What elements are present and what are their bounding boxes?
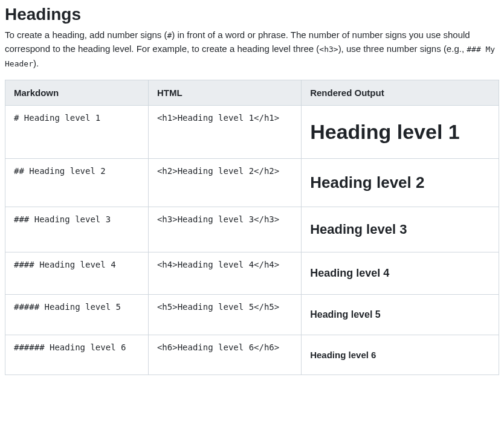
rendered-h3: Heading level 3: [310, 222, 490, 237]
rendered-h4: Heading level 4: [310, 267, 490, 280]
table-row: ###### Heading level 6 <h6>Heading level…: [5, 335, 499, 374]
table-header-markdown: Markdown: [5, 80, 149, 105]
cell-html: <h5>Heading level 5</h5>: [148, 294, 301, 335]
cell-html: <h3>Heading level 3</h3>: [148, 207, 301, 252]
cell-markdown: ## Heading level 2: [5, 158, 149, 207]
rendered-h5: Heading level 5: [310, 309, 490, 320]
rendered-h6: Heading level 6: [310, 350, 490, 360]
cell-rendered: Heading level 1: [302, 105, 499, 158]
description-text: ), use three number signs (e.g.,: [338, 43, 467, 54]
description-code-h3: <h3>: [319, 45, 338, 54]
table-row: # Heading level 1 <h1>Heading level 1</h…: [5, 105, 499, 158]
table-row: ## Heading level 2 <h2>Heading level 2</…: [5, 158, 499, 207]
table-row: #### Heading level 4 <h4>Heading level 4…: [5, 252, 499, 294]
page-title: Headings: [5, 5, 499, 24]
cell-rendered: Heading level 5: [302, 294, 499, 335]
table-row: ##### Heading level 5 <h5>Heading level …: [5, 294, 499, 335]
cell-markdown: # Heading level 1: [5, 105, 149, 158]
description-text: ).: [33, 58, 39, 68]
cell-html: <h6>Heading level 6</h6>: [148, 335, 301, 374]
headings-table: Markdown HTML Rendered Output # Heading …: [5, 80, 499, 375]
cell-html: <h2>Heading level 2</h2>: [148, 158, 301, 207]
cell-html: <h4>Heading level 4</h4>: [148, 252, 301, 294]
cell-rendered: Heading level 3: [302, 207, 499, 252]
cell-markdown: ##### Heading level 5: [5, 294, 149, 335]
cell-markdown: #### Heading level 4: [5, 252, 149, 294]
cell-markdown: ### Heading level 3: [5, 207, 149, 252]
table-header-html: HTML: [148, 80, 301, 105]
cell-markdown: ###### Heading level 6: [5, 335, 149, 374]
table-header-row: Markdown HTML Rendered Output: [5, 80, 499, 105]
cell-rendered: Heading level 2: [302, 158, 499, 207]
description: To create a heading, add number signs (#…: [5, 28, 499, 70]
rendered-h2: Heading level 2: [310, 173, 490, 192]
cell-rendered: Heading level 6: [302, 335, 499, 374]
table-header-rendered: Rendered Output: [302, 80, 499, 105]
description-text: To create a heading, add number signs (: [5, 30, 167, 40]
rendered-h1: Heading level 1: [310, 120, 490, 144]
table-row: ### Heading level 3 <h3>Heading level 3<…: [5, 207, 499, 252]
cell-html: <h1>Heading level 1</h1>: [148, 105, 301, 158]
cell-rendered: Heading level 4: [302, 252, 499, 294]
